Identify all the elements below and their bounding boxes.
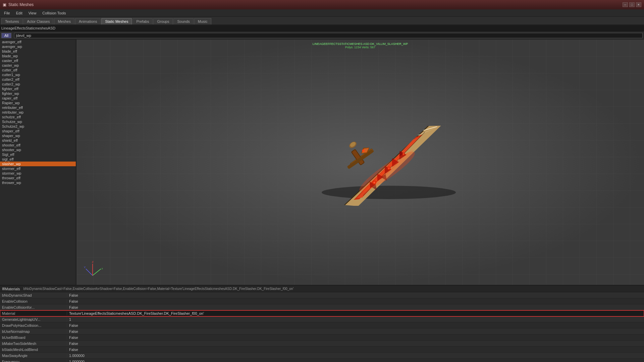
list-item[interactable]: Rapier_wp xyxy=(0,101,76,105)
list-item[interactable]: stormer_wp xyxy=(0,171,76,176)
property-row: EnableCollisionFalse xyxy=(0,298,644,304)
list-item[interactable]: fighter_wp xyxy=(0,91,76,96)
property-value: False xyxy=(67,329,80,334)
property-row: bUseNormalmapFalse xyxy=(0,328,644,335)
list-item[interactable]: Sigl_eff xyxy=(0,152,76,157)
title-bar: ▣ Static Meshes ─ □ ✕ xyxy=(0,0,644,9)
tab-music[interactable]: Music xyxy=(194,18,211,24)
property-row: Frequency1.000000 xyxy=(0,359,644,362)
property-value: False xyxy=(67,305,80,309)
list-item[interactable]: Schutze_wp xyxy=(0,119,76,124)
svg-line-37 xyxy=(86,269,93,276)
list-item[interactable]: shaper_wp xyxy=(0,133,76,138)
property-value: False xyxy=(67,336,80,340)
search-bar xyxy=(0,25,644,32)
list-item[interactable]: shaper_eff xyxy=(0,129,76,133)
viewport-info-line1: LINEAGEEFFECTSSTATICMESHES·ASD·DK_VILLIM… xyxy=(313,42,408,46)
list-item[interactable]: rapier_eff xyxy=(0,96,76,101)
tab-textures[interactable]: Textures xyxy=(1,18,23,24)
properties-long-header: bNoDynamicShadowCast=False,EnableCollisi… xyxy=(23,287,294,291)
property-value: 1.000000 xyxy=(67,354,87,358)
svg-text:Z: Z xyxy=(92,260,94,263)
tab-static-meshes[interactable]: Static Meshes xyxy=(101,18,132,24)
list-item[interactable]: caster_wp xyxy=(0,63,76,68)
property-value: False xyxy=(67,299,80,303)
viewport-info-line2: Polys: 1234 Verts: 567 xyxy=(313,46,408,49)
list-item[interactable]: avenger_wp xyxy=(0,44,76,49)
title-bar-controls: ─ □ ✕ xyxy=(623,2,641,7)
list-item[interactable]: retributer_eff xyxy=(0,105,76,110)
viewport-background: LINEAGEEFFECTSSTATICMESHES·ASD·DK_VILLIM… xyxy=(76,40,644,285)
list-item[interactable]: slasher_wp xyxy=(0,162,76,166)
list-item[interactable]: retributer_wp xyxy=(0,110,76,115)
tab-animations[interactable]: Animations xyxy=(75,18,101,24)
svg-line-36 xyxy=(93,269,101,276)
property-value: 1 xyxy=(67,317,73,321)
property-label: EnableCollisionfor... xyxy=(0,305,67,309)
sidebar-list: avenger_effavenger_wpblade_effblade_wpca… xyxy=(0,40,76,285)
tab-actor-classes[interactable]: Actor Classes xyxy=(23,18,54,24)
tab-meshes[interactable]: Meshes xyxy=(54,18,74,24)
list-item[interactable]: fighter_eff xyxy=(0,86,76,91)
menu-edit[interactable]: Edit xyxy=(13,10,25,16)
properties-header-label: ⊞ xyxy=(2,287,5,291)
search-input[interactable] xyxy=(0,25,644,31)
properties-header-text: Materials xyxy=(5,287,20,291)
list-item[interactable]: Schutze2_wp xyxy=(0,124,76,129)
property-value: 1.000000 xyxy=(67,360,87,362)
sword-model xyxy=(308,119,469,206)
list-item[interactable]: caster_eff xyxy=(0,58,76,63)
viewport-info: LINEAGEEFFECTSSTATICMESHES·ASD·DK_VILLIM… xyxy=(313,42,408,49)
maximize-button[interactable]: □ xyxy=(629,2,635,7)
list-item[interactable]: cutter1_wp xyxy=(0,72,76,77)
viewport[interactable]: LINEAGEEFFECTSSTATICMESHES·ASD·DK_VILLIM… xyxy=(76,40,644,285)
svg-text:X: X xyxy=(102,267,103,270)
list-item[interactable]: blade_wp xyxy=(0,54,76,58)
tab-prefabs[interactable]: Prefabs xyxy=(132,18,153,24)
menu-file[interactable]: File xyxy=(1,10,13,16)
property-row: MaxSwayAngle1.000000 xyxy=(0,353,644,359)
property-label: EnableCollision xyxy=(0,299,67,303)
property-label: Material xyxy=(0,311,67,315)
tab-groups[interactable]: Groups xyxy=(153,18,173,24)
properties-panel: ⊞ Materials bNoDynamicShadowCast=False,E… xyxy=(0,285,644,362)
list-item[interactable]: cutter2_eff xyxy=(0,77,76,82)
property-row: MaterialTexture'LineageEffectsStaticmesh… xyxy=(0,310,644,316)
list-item[interactable]: cutter2_wp xyxy=(0,82,76,86)
menu-collision-tools[interactable]: Collision Tools xyxy=(40,10,68,16)
title-bar-left: ▣ Static Meshes xyxy=(3,2,34,7)
property-label: bMakeTwoSideMesh xyxy=(0,342,67,346)
property-row: bMakeTwoSideMeshFalse xyxy=(0,341,644,347)
list-item[interactable]: avenger_eff xyxy=(0,40,76,44)
list-item[interactable]: stormer_eff xyxy=(0,166,76,171)
property-row: DrawPolyHasCollision...False xyxy=(0,322,644,328)
svg-rect-18 xyxy=(347,149,373,169)
minimize-button[interactable]: ─ xyxy=(623,2,628,7)
close-button[interactable]: ✕ xyxy=(636,2,641,7)
list-item[interactable]: cutter_eff xyxy=(0,68,76,72)
property-label: GenerateLightmapUV... xyxy=(0,317,67,321)
menu-view[interactable]: View xyxy=(26,10,39,16)
properties-header: ⊞ Materials bNoDynamicShadowCast=False,E… xyxy=(0,286,644,292)
list-item[interactable]: sigl_eff xyxy=(0,157,76,162)
tab-sounds[interactable]: Sounds xyxy=(173,18,193,24)
list-item[interactable]: shooter_wp xyxy=(0,147,76,152)
list-item[interactable]: thrower_wp xyxy=(0,180,76,185)
property-row: bNoDynamicShadFalse xyxy=(0,292,644,298)
app-title: Static Meshes xyxy=(8,2,34,7)
list-item[interactable]: thrower_eff xyxy=(0,176,76,180)
axis-indicator: X Y Z xyxy=(83,259,103,280)
filter-all-button[interactable]: All xyxy=(1,33,11,38)
property-label: DrawPolyHasCollision... xyxy=(0,323,67,327)
list-item[interactable]: schutze_eff xyxy=(0,115,76,119)
property-label: bNoDynamicShad xyxy=(0,293,67,297)
list-item[interactable]: shooter_eff xyxy=(0,143,76,147)
menu-bar: File Edit View Collision Tools xyxy=(0,9,644,17)
svg-point-0 xyxy=(322,186,456,199)
list-item[interactable]: shield_eff xyxy=(0,138,76,143)
property-value: False xyxy=(67,323,80,327)
list-item[interactable]: blade_eff xyxy=(0,49,76,54)
filter-row: All xyxy=(0,32,644,40)
property-label: MaxSwayAngle xyxy=(0,354,67,358)
filter-input[interactable] xyxy=(14,33,643,38)
